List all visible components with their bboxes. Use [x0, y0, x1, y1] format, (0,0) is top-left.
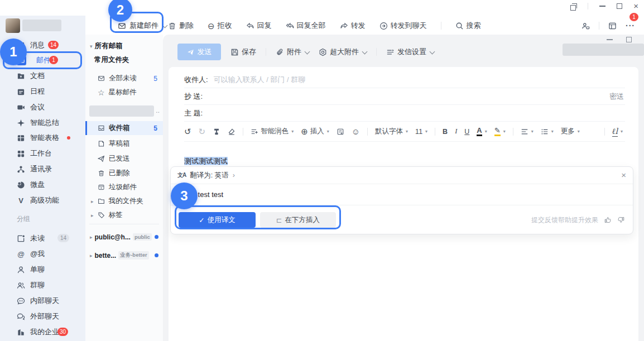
triangle-right-icon: ▸	[91, 199, 94, 204]
reply-button[interactable]: 回复	[246, 21, 272, 31]
send-button[interactable]: 发送	[177, 44, 221, 60]
folder-starred[interactable]: ☆ 星标邮件	[85, 85, 163, 99]
to-placeholder: 可以输入联系人 / 部门 / 群聊	[214, 75, 306, 85]
align-button[interactable]: ▾	[521, 128, 534, 136]
sidebar-item-internal-chat[interactable]: 内部聊天	[0, 294, 85, 308]
close-icon[interactable]: ×	[621, 170, 626, 180]
more-format-button[interactable]: 更多▾	[561, 127, 580, 136]
bcc-toggle[interactable]: 密送	[609, 92, 624, 102]
compose-maximize-icon[interactable]	[626, 37, 632, 42]
at-icon: @	[17, 250, 25, 258]
sidebar-item-direct-chat[interactable]: 单聊	[0, 263, 85, 276]
more-menu-icon[interactable]: ···	[626, 21, 635, 30]
quote-insert-icon[interactable]	[337, 128, 344, 136]
format-painter-icon[interactable]	[213, 128, 220, 136]
folder-inbox[interactable]: 收件箱 5	[85, 121, 163, 135]
folder-sent[interactable]: 已发送	[85, 152, 163, 166]
folder-all-unread[interactable]: 全部未读 5	[85, 71, 163, 85]
notification-dot	[67, 136, 70, 140]
sidebar-item-meetings[interactable]: 会议	[0, 100, 85, 114]
clear-format-icon[interactable]	[228, 128, 236, 136]
highlight-button[interactable]: ✎ ▾	[494, 127, 506, 136]
email-body[interactable]: 测试测试测试	[184, 156, 625, 166]
emoji-icon[interactable]: ☺	[352, 127, 360, 136]
subject-field[interactable]: 主 题:	[184, 105, 625, 122]
sidebar-item-smart-table[interactable]: 智能表格	[0, 131, 85, 145]
ai-polish-button[interactable]: 智能润色▾	[251, 127, 294, 136]
translate-target[interactable]: 翻译为: 英语	[190, 171, 228, 180]
forward-to-chat-button[interactable]: 转发到聊天	[379, 21, 427, 31]
list-button[interactable]: ▾	[541, 128, 554, 136]
contact-card-icon[interactable]	[581, 22, 590, 30]
sidebar-item-label: 消息	[30, 40, 45, 50]
send-settings-button[interactable]: 发信设置	[386, 47, 434, 57]
undo-icon[interactable]: ↺	[184, 127, 191, 136]
sidebar-item-ai-summary[interactable]: 智能总结	[0, 116, 85, 129]
triangle-right-icon: ▸	[90, 253, 93, 258]
envelope-icon	[98, 75, 105, 82]
forward-icon	[340, 22, 348, 30]
popout-window-icon[interactable]	[570, 3, 576, 9]
save-button[interactable]: 保存	[230, 47, 256, 57]
chevron-right-icon: ›	[233, 171, 235, 179]
italic-button[interactable]: I	[455, 127, 457, 136]
thumbs-down-icon[interactable]	[617, 216, 625, 224]
compose-minimize-icon[interactable]	[607, 39, 613, 40]
translate-icon: 文A	[177, 171, 186, 179]
delete-button[interactable]: 删除	[168, 21, 194, 31]
sidebar-item-advanced[interactable]: V 高级功能	[0, 194, 85, 207]
sidebar-item-drive[interactable]: 微盘	[0, 178, 85, 191]
avatar[interactable]	[6, 18, 20, 33]
layout-icon[interactable]	[608, 22, 617, 30]
folder-deleted[interactable]: 已删除	[85, 166, 163, 180]
format-divider	[367, 128, 368, 136]
all-mailboxes-header[interactable]: ▾ 所有邮箱	[85, 39, 163, 53]
font-color-button[interactable]: A ▾	[477, 127, 487, 136]
sidebar-item-contacts[interactable]: 通讯录	[0, 162, 85, 176]
mail-app-window: × 消息 14 邮件 1 文档 日程 会议	[0, 0, 644, 341]
cc-field[interactable]: 抄 送: 密送	[184, 88, 625, 105]
folder-my-folders[interactable]: ▸ 我的文件夹	[85, 194, 163, 208]
sidebar-item-calendar[interactable]: 日程	[0, 85, 85, 98]
paperclip-icon	[276, 48, 284, 56]
forward-button[interactable]: 转发	[340, 21, 366, 31]
bold-button[interactable]: B	[443, 128, 448, 136]
to-field[interactable]: 收件人: 可以输入联系人 / 部门 / 群聊	[184, 71, 625, 88]
maximize-window-icon[interactable]	[617, 3, 622, 9]
triangle-down-icon: ▾	[90, 44, 93, 49]
folder-drafts[interactable]: 草稿箱	[85, 137, 163, 151]
signature-button[interactable]: ℓl ▾	[612, 127, 623, 137]
sidebar-item-external-chat[interactable]: 外部聊天	[0, 310, 85, 323]
attachment-button[interactable]: 附件	[276, 47, 309, 57]
insert-button[interactable]: ⊕ 插入▾	[301, 127, 329, 136]
thumbs-up-icon[interactable]	[604, 216, 612, 224]
close-window-icon[interactable]: ×	[633, 3, 638, 9]
format-divider	[604, 128, 605, 136]
font-family-select[interactable]: 默认字体▾	[375, 127, 408, 136]
font-size-select[interactable]: 11▾	[415, 128, 427, 136]
account-more-dots[interactable]: ..	[156, 106, 160, 114]
minimize-window-icon[interactable]	[599, 6, 605, 7]
reply-all-button[interactable]: 回复全部	[286, 21, 326, 31]
account-public[interactable]: ▸ public@h... public	[85, 230, 163, 244]
sidebar-item-unread[interactable]: 未读 14	[0, 232, 85, 245]
search-button[interactable]: 搜索	[455, 21, 481, 31]
polish-icon	[251, 128, 258, 136]
folder-count: 5	[153, 124, 157, 132]
sidebar-item-label: 工作台	[30, 148, 52, 159]
underline-button[interactable]: U	[464, 128, 469, 136]
large-attachment-button[interactable]: 超大附件	[319, 47, 367, 57]
sidebar-item-my-company[interactable]: 我的企业 30	[0, 325, 85, 339]
sidebar-group-label: 分组	[0, 212, 85, 225]
sidebar-item-group-chat[interactable]: 群聊	[0, 278, 85, 292]
reject-button[interactable]: ⊖ 拒收	[208, 21, 232, 31]
sidebar-item-at-me[interactable]: @ @我	[0, 247, 85, 261]
format-divider	[513, 128, 513, 136]
folder-junk[interactable]: 垃圾邮件	[85, 180, 163, 194]
hexagon-icon	[319, 48, 327, 56]
folder-tags[interactable]: ▸ 标签	[85, 208, 163, 222]
sidebar-item-workbench[interactable]: 工作台	[0, 147, 85, 160]
sidebar-item-docs[interactable]: 文档	[0, 69, 85, 83]
redo-icon[interactable]: ↻	[199, 127, 206, 136]
account-better[interactable]: ▸ bette... 业务-better	[85, 248, 163, 262]
